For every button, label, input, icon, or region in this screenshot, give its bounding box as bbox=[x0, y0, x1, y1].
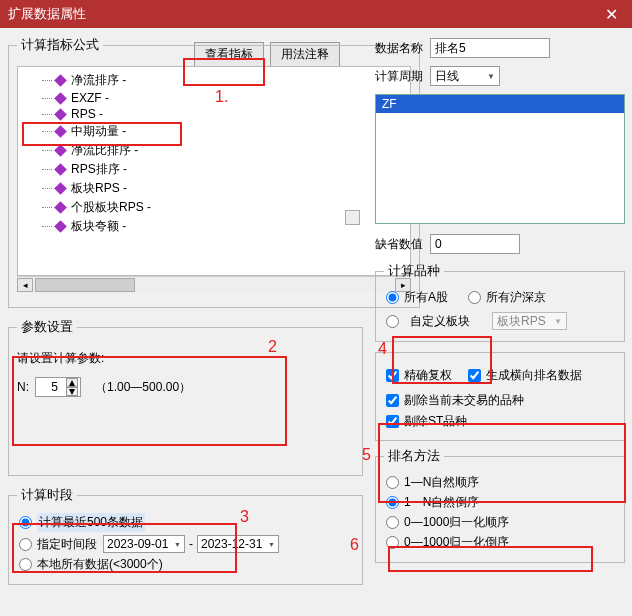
step-2: 2 bbox=[268, 338, 277, 356]
formula-group: 计算指标公式 净流排序 - EXZF - RPS - 中期动量 - 净流比排序 … bbox=[8, 36, 420, 308]
method-1n-desc-radio[interactable] bbox=[386, 496, 399, 509]
default-input[interactable] bbox=[430, 234, 520, 254]
period-range-radio[interactable] bbox=[19, 538, 32, 551]
n-input[interactable] bbox=[38, 379, 60, 395]
variety-all-a-radio[interactable] bbox=[386, 291, 399, 304]
tree-item[interactable]: RPS排序 - bbox=[42, 160, 404, 179]
diamond-icon bbox=[54, 74, 67, 87]
data-name-input[interactable] bbox=[430, 38, 550, 58]
diamond-icon bbox=[54, 163, 67, 176]
period-local-note: (<3000个) bbox=[109, 556, 163, 573]
method-norm-desc-radio[interactable] bbox=[386, 536, 399, 549]
variety-custom-radio[interactable] bbox=[386, 315, 399, 328]
param-range: （1.00—500.00） bbox=[95, 379, 191, 396]
close-icon[interactable]: ✕ bbox=[599, 5, 624, 24]
custom-block-select: 板块RPS ▼ bbox=[492, 312, 567, 330]
param-prompt: 请设置计算参数: bbox=[17, 350, 354, 367]
window-title: 扩展数据属性 bbox=[8, 5, 86, 23]
step-1: 1. bbox=[215, 88, 228, 106]
method-norm-asc-radio[interactable] bbox=[386, 516, 399, 529]
variety-group: 计算品种 所有A股 所有沪深京 自定义板块 板块RPS ▼ bbox=[375, 262, 625, 342]
method-1n-asc-radio[interactable] bbox=[386, 476, 399, 489]
data-name-label: 数据名称 bbox=[375, 40, 430, 57]
scrollbar-thumb[interactable] bbox=[35, 278, 135, 292]
indicator-tree[interactable]: 净流排序 - EXZF - RPS - 中期动量 - 净流比排序 - RPS排序… bbox=[17, 66, 411, 276]
diamond-icon bbox=[54, 201, 67, 214]
period-range-label: 指定时间段 bbox=[37, 536, 97, 553]
zf-listbox[interactable]: ZF bbox=[375, 94, 625, 224]
titlebar: 扩展数据属性 ✕ bbox=[0, 0, 632, 28]
date-from-input[interactable]: 2023-09-01▼ bbox=[103, 535, 185, 553]
variety-hsg-radio[interactable] bbox=[468, 291, 481, 304]
diamond-icon bbox=[54, 108, 67, 121]
n-label: N: bbox=[17, 380, 29, 394]
rank-method-legend: 排名方法 bbox=[384, 447, 444, 465]
scroll-left-icon[interactable]: ◂ bbox=[17, 278, 33, 292]
diamond-icon bbox=[54, 220, 67, 233]
cycle-label: 计算周期 bbox=[375, 68, 430, 85]
tree-item[interactable]: 净流比排序 - bbox=[42, 141, 404, 160]
tree-hscrollbar[interactable]: ◂ ▸ bbox=[17, 276, 411, 292]
tree-item[interactable]: 中期动量 - bbox=[42, 122, 404, 141]
variety-legend: 计算品种 bbox=[384, 262, 444, 280]
cycle-select[interactable]: 日线 ▼ bbox=[430, 66, 500, 86]
scrollbar-handle[interactable] bbox=[345, 210, 360, 225]
period-recent-label: 计算最近500条数据 bbox=[37, 513, 145, 532]
spin-down-icon[interactable]: ▾ bbox=[66, 387, 78, 396]
calc-period-legend: 计算时段 bbox=[17, 486, 77, 504]
rank-checkbox[interactable] bbox=[468, 369, 481, 382]
diamond-icon bbox=[54, 144, 67, 157]
chevron-down-icon[interactable]: ▼ bbox=[487, 72, 495, 81]
step-4: 4 bbox=[378, 340, 387, 358]
step-5: 5 bbox=[362, 446, 371, 464]
step-3: 3 bbox=[240, 508, 249, 526]
list-item[interactable]: ZF bbox=[376, 95, 624, 113]
tree-item[interactable]: RPS - bbox=[42, 106, 404, 122]
calc-period-group: 计算时段 计算最近500条数据 指定时间段 2023-09-01▼ - 2023… bbox=[8, 486, 363, 585]
diamond-icon bbox=[54, 125, 67, 138]
chevron-down-icon: ▼ bbox=[554, 317, 562, 326]
formula-legend: 计算指标公式 bbox=[17, 36, 103, 54]
n-stepper[interactable]: ▴ ▾ bbox=[35, 377, 81, 397]
tree-item[interactable]: 板块RPS - bbox=[42, 179, 404, 198]
diamond-icon bbox=[54, 92, 67, 105]
default-label: 缺省数值 bbox=[375, 236, 430, 253]
chevron-down-icon[interactable]: ▼ bbox=[268, 541, 275, 548]
period-local-radio[interactable] bbox=[19, 558, 32, 571]
period-recent-radio[interactable] bbox=[19, 516, 32, 529]
st-checkbox[interactable] bbox=[386, 415, 399, 428]
param-legend: 参数设置 bbox=[17, 318, 77, 336]
notrade-checkbox[interactable] bbox=[386, 394, 399, 407]
fq-checkbox[interactable] bbox=[386, 369, 399, 382]
step-6: 6 bbox=[350, 536, 359, 554]
date-to-input[interactable]: 2023-12-31▼ bbox=[197, 535, 279, 553]
rank-method-group: 排名方法 1—N自然顺序 1—N自然倒序 0—1000归一化顺序 0—1000归… bbox=[375, 447, 625, 563]
param-group: 参数设置 请设置计算参数: N: ▴ ▾ （1.00—500.00） bbox=[8, 318, 363, 476]
chevron-down-icon[interactable]: ▼ bbox=[174, 541, 181, 548]
diamond-icon bbox=[54, 182, 67, 195]
period-local-label: 本地所有数据 bbox=[37, 556, 109, 573]
